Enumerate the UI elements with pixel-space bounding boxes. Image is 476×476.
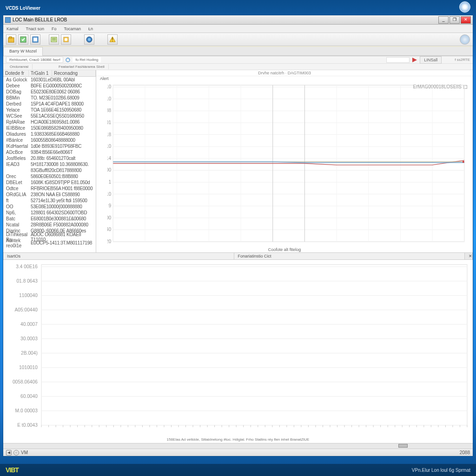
table-row[interactable]: ADcBce93B4:B56E66e8066T <box>3 149 96 155</box>
svg-text:1 10: 1 10 <box>107 191 111 196</box>
svg-text:18: 18 <box>107 132 111 137</box>
status-bar: ◀ ○ VM 2088 <box>3 449 473 456</box>
chart-alert-label: Alert <box>96 76 473 81</box>
table-row[interactable]: Auntek reo0i1eE0OCP5-1411:3T.M801117198 <box>3 240 96 246</box>
table-row[interactable]: Ncatal28R8B06É F500882A000080 <box>3 222 96 228</box>
col-header[interactable]: TrGaln 1 <box>29 70 52 76</box>
table-row[interactable]: Josf8eles20.88b: 6546012T0calt <box>3 155 96 161</box>
menu-item[interactable]: Kamal <box>5 26 20 31</box>
tool-button-5[interactable] <box>61 34 71 45</box>
lower-right-title[interactable]: Fonariatinstio Cict <box>234 253 465 259</box>
table-row[interactable]: WCSee55E1AC6SEQ5S01680850 <box>3 113 96 119</box>
tool-button-4[interactable] <box>49 34 59 45</box>
chart-title: Drvhe natcitrh · DAGTIM003 <box>96 70 473 76</box>
svg-text:40.0007: 40.0007 <box>20 321 38 327</box>
data-rows: As Golock160301LeDI6BL 00AblDebeeB0FE EG… <box>3 77 96 246</box>
upper-chart-panel: Drvhe natcitrh · DAGTIM003 Alert ErMAG00… <box>96 70 473 252</box>
tab-main[interactable]: Barry W Mozel <box>3 47 43 56</box>
menu-item[interactable]: Tnact son <box>25 26 46 31</box>
tool-button-6[interactable] <box>84 34 94 45</box>
svg-point-9 <box>65 38 67 41</box>
svg-text:2B.004): 2B.004) <box>21 350 38 356</box>
table-row[interactable]: DOBagE50230E80E0062 06086 <box>3 89 96 95</box>
svg-text:1010010: 1010010 <box>19 364 38 370</box>
scrollbar-thumb[interactable] <box>398 444 408 448</box>
info-row-1: Rehliounet, Crao0 1B0BE fasrf fo Ret Hod… <box>3 56 473 64</box>
svg-text:188: 188 <box>107 108 111 113</box>
table-row[interactable]: Derbed15P1A 4C4FDAPE1 88000 <box>3 101 96 107</box>
upper-chart[interactable]: 101 101881 01180 106 141004 11 109100402… <box>107 83 468 245</box>
app-title: VCDS LoViewer <box>6 2 40 12</box>
table-row[interactable]: BatcE68001B0é300881£&00680 <box>3 216 96 222</box>
table-row[interactable]: YelaceTOA 1E66E4E150950680 <box>3 107 96 113</box>
table-row[interactable]: Np6,128801 664302SD600TOBD <box>3 210 96 216</box>
info2-cell: Ondoranral <box>6 64 33 69</box>
lower-scrollbar[interactable] <box>3 443 473 449</box>
svg-text:1100040: 1100040 <box>19 292 38 298</box>
table-row[interactable]: OO53E08E10000{000888880 <box>3 204 96 210</box>
svg-text:0 10: 0 10 <box>107 144 111 149</box>
lower-close-icon[interactable]: ✕ <box>465 253 473 259</box>
table-row[interactable]: ORdGLIA238ON NAA Eli C588890 <box>3 192 96 198</box>
svg-point-13 <box>66 58 70 62</box>
svg-text:10: 10 <box>107 84 111 89</box>
status-vm: VM <box>21 450 28 455</box>
brand-logo-icon <box>459 1 470 13</box>
table-row[interactable]: DBELet1608K tG8SD9T|PP E81.050d <box>3 179 96 185</box>
svg-text:4 1: 4 1 <box>107 179 111 185</box>
refresh-icon[interactable] <box>65 57 71 63</box>
svg-point-11 <box>88 38 91 41</box>
table-row[interactable]: IKdHaertal1d0é B893E9107P68FBC <box>3 143 96 149</box>
minimize-button[interactable]: _ <box>438 16 449 24</box>
status-stop-icon[interactable]: ○ <box>13 450 19 456</box>
table-row[interactable]: IEAD35H181730008 10.368808630. <box>3 161 96 167</box>
warning-flag-icon <box>411 57 418 63</box>
svg-text:100: 100 <box>107 215 111 220</box>
svg-text:0058.06406: 0058.06406 <box>13 379 38 384</box>
table-row[interactable]: IEIBBitce150E086B5828400950080 <box>3 125 96 131</box>
table-row[interactable]: RpfARaeHC/A00E186958d1.0086 <box>3 119 96 125</box>
menu-item[interactable]: Tocaman <box>63 26 83 31</box>
svg-text:9: 9 <box>108 203 111 208</box>
table-row[interactable]: 83GBuff820cD817888800 <box>3 167 96 173</box>
col-header[interactable]: Dotede fr <box>3 70 29 76</box>
maximize-button[interactable]: ❐ <box>450 16 460 24</box>
brand-text: VIBT <box>6 466 19 474</box>
table-row[interactable]: ft52714e1L30 ye5t ftdi 159500 <box>3 198 96 204</box>
lower-footer-text: 158EIas Ad vettdde, Sitialdnetong #toc. … <box>3 436 473 443</box>
svg-point-57 <box>463 161 464 163</box>
table-row[interactable]: BBMinTO. M23E0102B6.68009 <box>3 95 96 101</box>
lower-chart[interactable]: 3.4 00E1601.8 06431100040A05:0044040.000… <box>40 264 468 432</box>
table-row[interactable]: Oliadures1.93833685E66B468880 <box>3 131 96 137</box>
toolbar: ! <box>3 33 473 46</box>
table-row[interactable]: #Bánlce160055B08648888000 <box>3 137 96 143</box>
tool-button-7[interactable]: ! <box>107 34 118 45</box>
table-row[interactable]: DebeeB0FE EG000050020080C <box>3 83 96 89</box>
window-title: LOC Main BELLILE LROB <box>13 17 67 22</box>
lower-left-title[interactable]: IsartOs <box>3 253 234 259</box>
info-code: f ss2RTE <box>455 58 470 62</box>
menu-item[interactable]: Łn <box>87 26 94 31</box>
close-button[interactable]: ✕ <box>461 16 471 24</box>
table-row[interactable]: Orec5860E0E60501:B8B880 <box>3 173 96 179</box>
svg-text:!: ! <box>112 37 113 42</box>
table-row[interactable]: OdtceRFBRIOEB56A H001 f88E0000 <box>3 185 96 192</box>
col-header[interactable]: Reconadng <box>52 70 96 76</box>
tool-button-2[interactable] <box>18 34 28 45</box>
table-row[interactable]: As Golock160301LeDI6BL 00Abl <box>3 77 96 83</box>
menubar: Kamal Tnact son Fo Tocaman Łn <box>3 25 473 33</box>
taskbar-info: VPn.Elur Lon loul 6g Sprmat <box>412 468 470 473</box>
tab-strip: Barry W Mozel <box>3 47 473 56</box>
svg-text:1 10: 1 10 <box>107 96 111 101</box>
tool-button-1[interactable] <box>6 34 16 45</box>
menu-item[interactable]: Fo <box>50 26 58 31</box>
status-back-icon[interactable]: ◀ <box>6 450 12 456</box>
info-status[interactable]: LINSall <box>420 56 442 64</box>
desktop-taskbar: VIBT VPn.Elur Lon loul 6g Sprmat <box>0 464 476 476</box>
svg-rect-58 <box>41 264 467 425</box>
titlebar: LOC Main BELLILE LROB _ ❐ ✕ <box>3 15 473 25</box>
help-icon[interactable] <box>460 34 470 45</box>
svg-text:30.0003: 30.0003 <box>20 336 38 341</box>
svg-rect-4 <box>33 38 37 41</box>
tool-button-3[interactable] <box>30 34 40 45</box>
